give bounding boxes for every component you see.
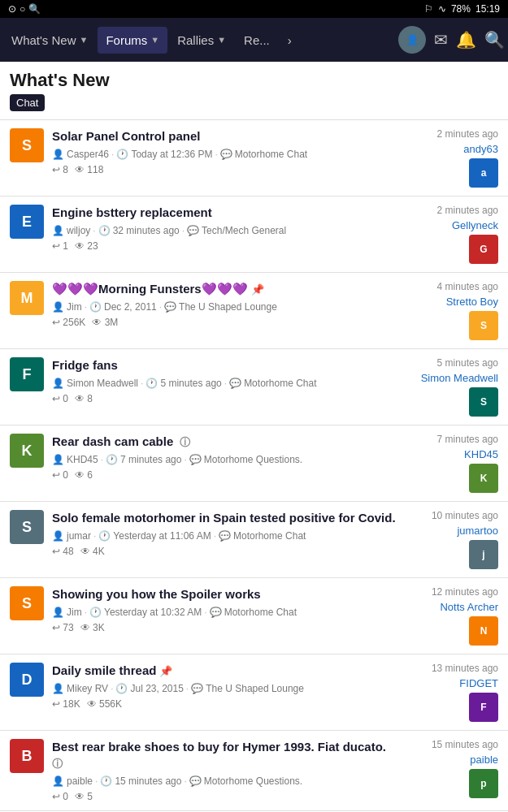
thread-right: 4 minutes ago Stretto Boy S [409, 281, 498, 340]
thread-body: Engine bsttery replacement 👤 wiljoy · 🕐 … [52, 205, 401, 252]
forum-icon: 💬 [164, 300, 176, 315]
bluetooth-icon: ⚐ [424, 3, 433, 15]
last-post-time: 10 minutes ago [432, 510, 498, 521]
thread-item[interactable]: D Daily smile thread📌 👤 Mikey RV · 🕐 Jul… [0, 654, 508, 731]
chat-pill[interactable]: Chat [10, 94, 45, 111]
clock-icon: 🕐 [116, 147, 128, 162]
thread-author: Casper46 [67, 147, 109, 162]
last-post-time: 2 minutes ago [437, 128, 498, 140]
search-icon[interactable]: 🔍 [484, 30, 505, 50]
thread-time: Today at 12:36 PM [131, 147, 212, 162]
view-count: 👁 4K [80, 546, 105, 557]
thread-meta: 👤 paible · 🕐 15 minutes ago ·💬Motorhome … [52, 774, 401, 789]
thread-item[interactable]: F Fridge fans 👤 Simon Meadwell · 🕐 5 min… [0, 349, 508, 425]
thread-forum: Motorhome Questions. [204, 452, 302, 468]
last-user-avatar: a [469, 158, 498, 188]
thread-meta: 👤 Jim · 🕐 Yesterday at 10:32 AM ·💬Motorh… [52, 605, 401, 620]
thread-item[interactable]: K Rear dash cam cable ⓘ 👤 KHD45 · 🕐 7 mi… [0, 425, 508, 502]
thread-author: Jim [67, 300, 82, 315]
last-post-user: FIDGET [459, 677, 498, 689]
thread-item[interactable]: S Solar Panel Control panel 👤 Casper46 ·… [0, 120, 508, 197]
thread-author: jumar [67, 529, 91, 544]
last-user-avatar: K [469, 464, 498, 493]
last-user-avatar: F [469, 693, 498, 722]
last-user-avatar: j [469, 540, 498, 569]
nav-more-icon: › [288, 33, 292, 47]
pinned-icon: 📌 [159, 665, 172, 677]
forum-icon: 💬 [210, 605, 222, 620]
forum-icon: 💬 [189, 452, 202, 468]
status-left-icons: ⊙ ○ 🔍 [8, 3, 41, 15]
thread-time: 5 minutes ago [160, 376, 221, 391]
thread-avatar: F [10, 357, 44, 391]
nav-more[interactable]: › [280, 27, 300, 54]
reply-count: ↩ 0 [52, 791, 68, 802]
last-user-avatar: p [469, 769, 498, 798]
last-post-time: 2 minutes ago [437, 205, 498, 216]
clock: 15:19 [475, 3, 500, 15]
forum-icon: 💬 [191, 681, 203, 697]
thread-avatar: S [10, 586, 44, 620]
thread-right: 5 minutes ago Simon Meadwell S [409, 357, 498, 417]
thread-avatar: K [10, 434, 44, 468]
thread-right: 15 minutes ago paible p [409, 739, 498, 798]
help-icon: ⓘ [52, 758, 63, 770]
nav-rallies[interactable]: Rallies ▼ [169, 27, 234, 54]
nav-rallies-chevron: ▼ [217, 35, 226, 45]
last-post-time: 5 minutes ago [437, 357, 498, 369]
thread-title: Rear dash cam cable ⓘ [52, 434, 401, 450]
thread-item[interactable]: M 💜💜💜Morning Funsters💜💜💜📌 👤 Jim · 🕐 Dec … [0, 273, 508, 349]
last-post-user: andy63 [463, 143, 498, 155]
thread-item[interactable]: E Engine bsttery replacement 👤 wiljoy · … [0, 197, 508, 273]
thread-right: 7 minutes ago KHD45 K [409, 434, 498, 493]
thread-item[interactable]: S Showing you how the Spoiler works 👤 Ji… [0, 578, 508, 654]
last-post-time: 12 minutes ago [432, 586, 498, 598]
thread-list: S Solar Panel Control panel 👤 Casper46 ·… [0, 120, 508, 812]
thread-avatar: E [10, 205, 44, 239]
thread-forum: Motorhome Chat [233, 529, 306, 544]
thread-body: Best rear brake shoes to buy for Hymer 1… [52, 739, 401, 802]
clock-icon: 🕐 [106, 452, 118, 468]
nav-whats-new[interactable]: What's New ▼ [3, 27, 96, 54]
notifications-icon[interactable]: 🔔 [456, 30, 476, 50]
last-post-user: Simon Meadwell [421, 372, 498, 384]
author-icon: 👤 [52, 300, 64, 315]
view-count: 👁 556K [87, 698, 122, 710]
thread-stats: ↩ 18K 👁 556K [52, 698, 401, 710]
last-user-avatar: N [469, 616, 498, 646]
reply-count: ↩ 8 [52, 164, 68, 175]
last-post-time: 7 minutes ago [437, 434, 498, 445]
thread-stats: ↩ 48 👁 4K [52, 546, 401, 557]
nav-action-icons: 👤 ✉ 🔔 🔍 [398, 26, 505, 54]
thread-forum: Motorhome Chat [244, 376, 316, 391]
status-right-icons: ⚐ ∿ 78% 15:19 [424, 3, 500, 15]
thread-meta: 👤 Casper46 · 🕐 Today at 12:36 PM ·💬Motor… [52, 147, 401, 162]
author-icon: 👤 [52, 681, 64, 697]
thread-forum: The U Shaped Lounge [179, 300, 277, 315]
thread-body: Daily smile thread📌 👤 Mikey RV · 🕐 Jul 2… [52, 663, 401, 710]
thread-stats: ↩ 0 👁 8 [52, 393, 401, 404]
view-count: 👁 3M [92, 317, 118, 328]
reply-count: ↩ 1 [52, 240, 68, 252]
thread-item[interactable]: B Best rear brake shoes to buy for Hymer… [0, 731, 508, 811]
forum-icon: 💬 [189, 774, 202, 789]
last-user-avatar: S [469, 387, 498, 417]
thread-item[interactable]: S Solo female motorhomer in Spain tested… [0, 502, 508, 578]
thread-stats: ↩ 8 👁 118 [52, 164, 401, 175]
nav-forums-chevron: ▼ [150, 35, 159, 45]
help-icon: ⓘ [176, 436, 190, 448]
thread-time: Jul 23, 2015 [130, 681, 183, 697]
forum-icon: 💬 [187, 223, 199, 239]
nav-re[interactable]: Re... [236, 27, 278, 54]
thread-title: Daily smile thread📌 [52, 663, 401, 679]
thread-meta: 👤 Simon Meadwell · 🕐 5 minutes ago ·💬Mot… [52, 376, 401, 391]
thread-title: 💜💜💜Morning Funsters💜💜💜📌 [52, 281, 401, 297]
thread-meta: 👤 wiljoy · 🕐 32 minutes ago ·💬Tech/Mech … [52, 223, 401, 239]
thread-forum: Tech/Mech General [202, 223, 286, 239]
nav-forums[interactable]: Forums ▼ [98, 27, 167, 54]
nav-user-avatar[interactable]: 👤 [398, 26, 426, 54]
reply-count: ↩ 0 [52, 469, 68, 481]
last-post-user: Stretto Boy [446, 296, 498, 308]
last-post-user: Notts Archer [440, 601, 498, 613]
messages-icon[interactable]: ✉ [434, 30, 448, 50]
